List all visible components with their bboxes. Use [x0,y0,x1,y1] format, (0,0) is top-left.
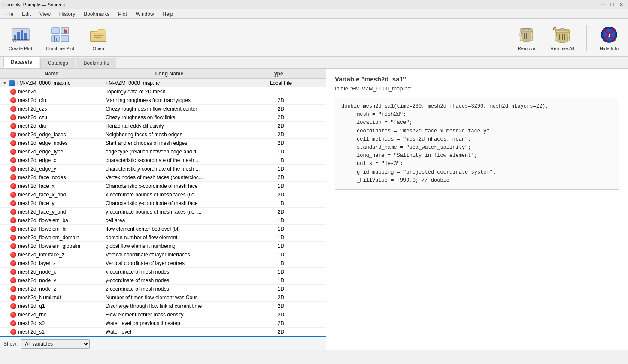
row-type: 2D [236,293,326,301]
title-bar: Panoply: Panoply — Sources ─ □ ✕ [0,0,628,9]
row-type: 2D [236,105,326,113]
table-row[interactable]: mesh2d_edge_nodes Start and end nodes of… [0,139,326,147]
svg-rect-26 [555,30,569,32]
table-row[interactable]: mesh2d_interface_z Vertical coordinate o… [0,250,326,259]
show-label: Show: [3,341,18,347]
remove-all-button[interactable]: Remove All [547,23,578,53]
row-type: 2D [236,113,326,121]
show-select[interactable]: All variables 2D variables 1D variables [21,339,90,349]
row-name: mesh2d_node_x [18,269,56,275]
tabs-bar: Datasets Catalogs Bookmarks [0,57,628,69]
var-icon [10,209,16,215]
row-longname: Vertex nodes of mesh faces (countercloc.… [103,173,236,181]
table-row[interactable]: mesh2d_face_x Characteristic x-coordinat… [0,182,326,190]
var-icon [10,243,16,249]
table-row[interactable]: mesh2d_flowelem_ba cell area 1D [0,216,326,225]
table-row[interactable]: mesh2d_diu Horizontal eddy diffusivity 2… [0,122,326,130]
row-type: 1D [236,182,326,190]
table-row[interactable]: mesh2d_q1 Discharge through flow link at… [0,302,326,310]
var-icon [10,320,16,326]
var-icon [10,226,16,232]
var-icon [10,114,16,120]
row-type: 1D [236,250,326,259]
row-type: 1D [236,199,326,207]
row-type: 2D [236,208,326,216]
row-name: mesh2d_node_y [18,277,56,283]
var-icon [10,166,16,172]
col-header-longname: Long Name [103,69,236,78]
menu-bookmarks[interactable]: Bookmarks [80,10,113,18]
menu-help[interactable]: Help [159,10,177,18]
table-row[interactable]: mesh2d_flowelem_globalnr global flow ele… [0,242,326,250]
table-row[interactable]: mesh2d_node_y y-coordinate of mesh nodes… [0,276,326,285]
menu-view[interactable]: View [36,10,54,18]
remove-all-icon [552,24,573,45]
var-icon [10,312,16,318]
tab-catalogs[interactable]: Catalogs [40,58,75,68]
combine-plot-icon [50,24,70,45]
table-row-parent[interactable]: ▼ FM-VZM_0000_map.nc FM-VZM_0000_map.nc … [0,79,326,87]
table-row[interactable]: mesh2d_layer_z Vertical coordinate of la… [0,259,326,268]
maximize-button[interactable]: □ [610,1,615,8]
menu-edit[interactable]: Edit [18,10,34,18]
row-type: 2D [236,319,326,327]
hide-info-icon: i [599,24,619,45]
row-name: mesh2d_edge_y [18,166,56,172]
table-row[interactable]: mesh2d_czs Chezy roughness in flow eleme… [0,105,326,113]
menu-file[interactable]: File [2,10,17,18]
menu-history[interactable]: History [56,10,79,18]
table-row[interactable]: mesh2d_flowelem_bl flow element center b… [0,225,326,233]
close-button[interactable]: ✕ [618,1,625,8]
var-icon [10,183,16,189]
row-longname: Water level [103,328,236,336]
table-row[interactable]: mesh2d_flowelem_domain domain number of … [0,233,326,242]
table-row[interactable]: mesh2d_face_y_bnd y-coordinate bounds of… [0,208,326,216]
table-row[interactable]: mesh2d_czu Chezy roughness on flow links… [0,113,326,122]
var-icon [10,192,16,198]
table-row[interactable]: mesh2d_s1 Water level 2D [0,328,326,336]
remove-button[interactable]: Remove [513,23,540,53]
svg-text:i: i [608,32,610,38]
left-panel: Name Long Name Type ▼ FM-VZM_0000_map.nc… [0,69,326,350]
table-row[interactable]: mesh2d_Numlimdt Number of times flow ele… [0,293,326,302]
table-row[interactable]: mesh2d_face_y Characteristic y-coordinat… [0,199,326,208]
combine-plot-button[interactable]: Combine Plot [42,23,78,53]
row-name: mesh2d_interface_z [18,252,64,258]
menu-plot[interactable]: Plot [115,10,130,18]
main-content: Name Long Name Type ▼ FM-VZM_0000_map.nc… [0,69,628,350]
table-row[interactable]: mesh2d_edge_faces Neighboring faces of m… [0,130,326,139]
row-name: mesh2d_face_nodes [18,174,66,180]
title-bar-controls: ─ □ ✕ [601,1,625,8]
var-icon [10,149,16,155]
table-header: Name Long Name Type [0,69,326,79]
open-button[interactable]: Open [85,23,112,53]
table-row[interactable]: mesh2d Topology data of 2D mesh — [0,87,326,96]
tab-datasets[interactable]: Datasets [3,57,39,68]
tab-bookmarks[interactable]: Bookmarks [76,58,116,68]
row-name: mesh2d_face_y_bnd [18,209,66,215]
table-row[interactable]: mesh2d_edge_type edge type (relation bet… [0,147,326,156]
create-plot-button[interactable]: Create Plot [5,23,36,53]
row-longname: Chezy roughness on flow links [103,113,236,121]
var-icon [10,260,16,266]
minimize-button[interactable]: ─ [601,1,606,8]
var-icon [10,295,16,301]
table-row[interactable]: mesh2d_s0 Water level on previous timest… [0,319,326,328]
table-row[interactable]: mesh2d_rho Flow element center mass dens… [0,310,326,319]
hide-info-button[interactable]: i Hide Info [595,23,623,53]
table-row[interactable]: mesh2d_edge_x characteristic x-coordinat… [0,156,326,165]
svg-rect-2 [17,32,20,40]
svg-rect-5 [13,41,14,42]
table-row[interactable]: mesh2d_node_z z-coordinate of mesh nodes… [0,285,326,293]
row-longname: Number of times flow element was Cour... [103,293,236,301]
row-longname: Water level on previous timestep [103,319,236,327]
menu-window[interactable]: Window [132,10,158,18]
table-row[interactable]: mesh2d_face_nodes Vertex nodes of mesh f… [0,173,326,182]
table-row[interactable]: mesh2d_node_x x-coordinate of mesh nodes… [0,268,326,276]
row-longname: Manning roughness from trachytopes [103,96,236,104]
table-row[interactable]: mesh2d_face_x_bnd x-coordinate bounds of… [0,190,326,199]
table-body[interactable]: ▼ FM-VZM_0000_map.nc FM-VZM_0000_map.nc … [0,79,326,337]
table-row[interactable]: mesh2d_edge_y characteristic y-coordinat… [0,165,326,173]
row-type: 2D [236,139,326,147]
table-row[interactable]: mesh2d_cftrt Manning roughness from trac… [0,96,326,105]
